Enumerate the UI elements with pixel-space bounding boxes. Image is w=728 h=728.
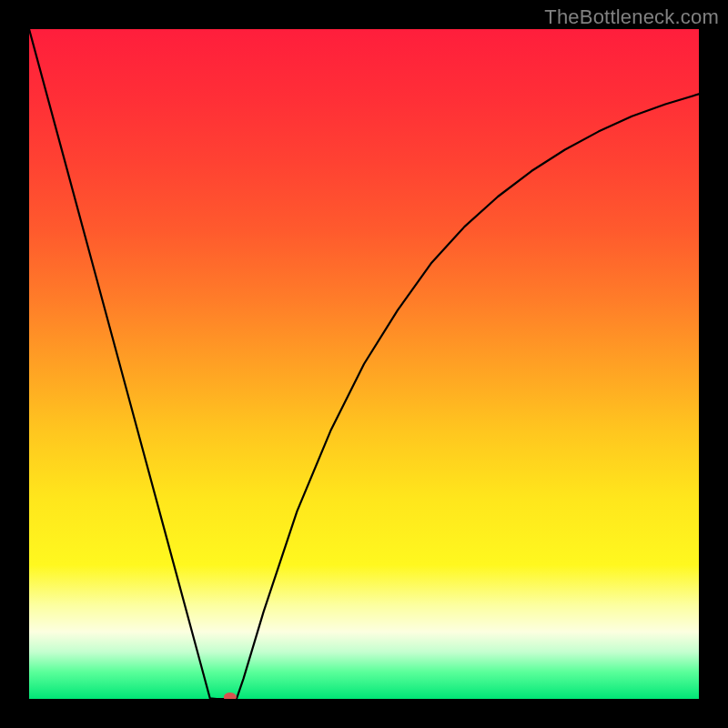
watermark-text: TheBottleneck.com bbox=[544, 5, 719, 29]
chart-frame bbox=[29, 29, 699, 699]
chart-svg bbox=[29, 29, 699, 699]
